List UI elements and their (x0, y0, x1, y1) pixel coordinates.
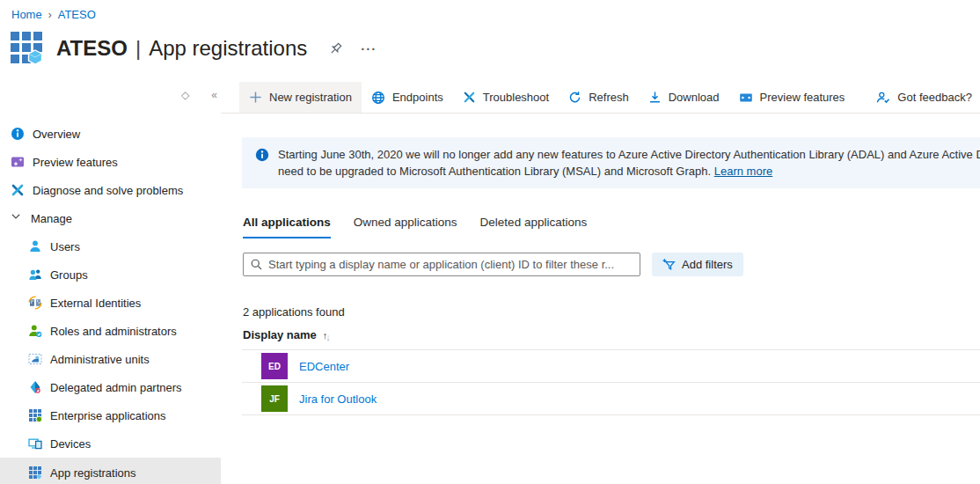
delegated-admin-partners-icon (28, 380, 42, 394)
column-header-label: Display name (243, 328, 317, 341)
sidebar-item-label: Administrative units (50, 353, 150, 366)
sidebar-item-label: Delegated admin partners (50, 381, 182, 394)
add-filter-icon (662, 258, 676, 271)
sidebar-item-delegated-admin-partners[interactable]: Delegated admin partners (0, 373, 221, 401)
sidebar-item-label: Roles and administrators (50, 325, 177, 338)
sidebar-group-manage[interactable]: Manage (0, 204, 221, 232)
column-header-display-name[interactable]: Display name ↑↓ (242, 328, 980, 350)
devices-icon (28, 436, 42, 451)
sidebar-item-label: External Identities (50, 297, 141, 310)
sidebar-item-admin-units[interactable]: Administrative units (0, 345, 221, 373)
applications-table: Display name ↑↓ ED EDCenter JF Jira for … (242, 328, 980, 415)
sidebar-item-external-identities[interactable]: External Identities (0, 289, 221, 317)
sidebar-item-roles[interactable]: Roles and administrators (0, 317, 221, 345)
troubleshoot-icon (11, 183, 25, 197)
sidebar-group-label: Manage (31, 212, 72, 225)
troubleshoot-button[interactable]: Troubleshoot (453, 82, 559, 113)
preview-features-button[interactable]: Preview features (729, 82, 855, 113)
page-title-separator: | (135, 36, 141, 61)
sidebar: ◇ « Overview Preview features (0, 82, 221, 484)
search-input[interactable] (243, 253, 640, 276)
banner-line1: Starting June 30th, 2020 we will no long… (278, 146, 980, 163)
banner-line2: need to be upgraded to Microsoft Authent… (278, 163, 980, 180)
app-link-edcenter[interactable]: EDCenter (299, 360, 349, 373)
refresh-icon (568, 91, 581, 104)
sidebar-item-enterprise-applications[interactable]: Enterprise applications (0, 401, 221, 429)
button-label: Preview features (760, 91, 845, 104)
banner-line2-text: need to be upgraded to Microsoft Authent… (278, 165, 714, 178)
avatar: ED (261, 353, 288, 379)
breadcrumb-chevron-icon: › (48, 9, 52, 21)
button-label: Endpoints (392, 91, 443, 104)
sidebar-item-label: App registrations (50, 466, 136, 480)
page-header: ATESO | App registrations ··· (11, 32, 377, 65)
add-filters-button[interactable]: Add filters (652, 253, 743, 276)
content-panel: New registration Endpoints Troubleshoot … (221, 82, 980, 484)
sidebar-item-label: Preview features (33, 156, 118, 169)
sidebar-item-preview-features[interactable]: Preview features (0, 148, 221, 176)
button-label: Download (669, 91, 720, 104)
button-label: Got feedback? (897, 91, 972, 104)
preview-features-icon (11, 155, 25, 169)
breadcrumb: Home › ATESO (11, 8, 96, 21)
app-link-jira-for-outlook[interactable]: Jira for Outlook (299, 392, 377, 406)
download-icon (648, 91, 662, 104)
sidebar-item-devices[interactable]: Devices (0, 429, 221, 458)
sidebar-item-label: Users (50, 240, 80, 253)
administrative-units-icon (28, 352, 42, 366)
search-box (243, 253, 640, 276)
page-title-blade: App registrations (149, 36, 307, 61)
endpoints-button[interactable]: Endpoints (362, 82, 453, 113)
button-label: Refresh (589, 91, 629, 104)
avatar: JF (261, 385, 288, 412)
chevron-down-icon (11, 211, 21, 225)
sort-icon: ↑↓ (323, 330, 329, 341)
more-icon[interactable]: ··· (361, 41, 377, 56)
results-count: 2 applications found (243, 305, 980, 319)
sidebar-item-app-registrations[interactable]: App registrations (0, 458, 221, 484)
resize-handle-icon[interactable]: ◇ (181, 89, 189, 101)
sidebar-controls: ◇ « (181, 89, 217, 101)
pin-icon[interactable] (328, 41, 343, 56)
tab-bar: All applications Owned applications Dele… (243, 216, 980, 238)
filter-row: Add filters (243, 253, 980, 276)
collapse-sidebar-icon[interactable]: « (211, 89, 217, 101)
sidebar-item-label: Diagnose and solve problems (33, 184, 183, 197)
banner-text: Starting June 30th, 2020 we will no long… (278, 146, 980, 180)
breadcrumb-current-link[interactable]: ATESO (58, 8, 96, 21)
sidebar-item-overview[interactable]: Overview (0, 120, 221, 148)
page-title-directory: ATESO (56, 36, 128, 61)
plus-icon (249, 91, 262, 104)
troubleshoot-icon (463, 91, 476, 104)
user-icon (28, 239, 42, 253)
learn-more-link[interactable]: Learn more (714, 165, 772, 178)
sidebar-item-diagnose[interactable]: Diagnose and solve problems (0, 176, 221, 204)
table-row[interactable]: ED EDCenter (242, 350, 980, 383)
new-registration-button[interactable]: New registration (239, 82, 362, 113)
search-icon (250, 258, 263, 271)
add-filters-label: Add filters (682, 258, 733, 271)
sidebar-item-label: Overview (33, 128, 80, 141)
table-row[interactable]: JF Jira for Outlook (242, 383, 980, 415)
tab-deleted-applications[interactable]: Deleted applications (480, 216, 588, 238)
sidebar-item-groups[interactable]: Groups (0, 260, 221, 289)
enterprise-applications-icon (28, 408, 42, 422)
sidebar-item-users[interactable]: Users (0, 232, 221, 260)
sidebar-item-label: Enterprise applications (50, 409, 166, 422)
info-icon (11, 127, 25, 141)
button-label: Troubleshoot (483, 91, 549, 104)
breadcrumb-home-link[interactable]: Home (11, 8, 42, 21)
download-button[interactable]: Download (639, 82, 729, 113)
preview-features-toolbar-icon (739, 91, 753, 105)
directory-grid-icon (11, 32, 44, 65)
app-registrations-icon (28, 466, 42, 480)
external-identities-icon (28, 296, 42, 310)
group-icon (28, 268, 42, 282)
got-feedback-button[interactable]: Got feedback? (867, 82, 980, 113)
sidebar-item-label: Devices (50, 437, 91, 451)
info-banner: Starting June 30th, 2020 we will no long… (242, 137, 980, 188)
sidebar-nav: Overview Preview features Diagnose and s… (0, 120, 221, 484)
tab-owned-applications[interactable]: Owned applications (354, 216, 457, 238)
tab-all-applications[interactable]: All applications (243, 216, 331, 238)
refresh-button[interactable]: Refresh (559, 82, 639, 113)
